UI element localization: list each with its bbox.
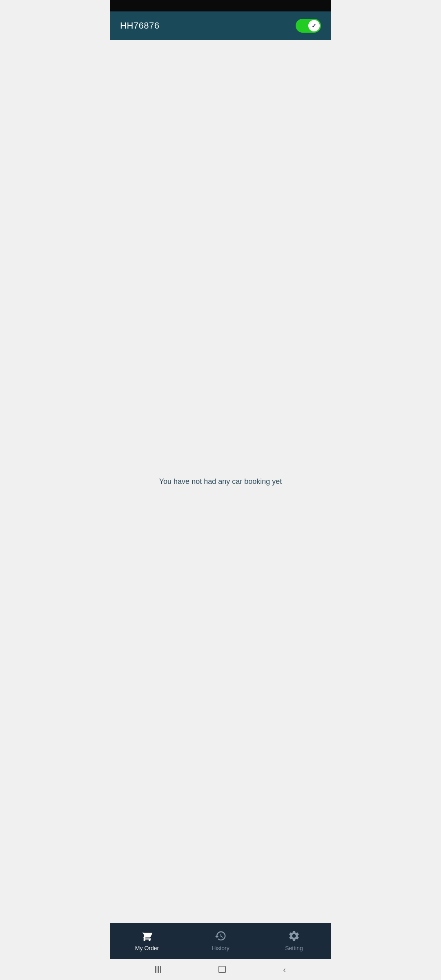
nav-item-my-order[interactable]: My Order bbox=[110, 928, 184, 953]
toggle-switch[interactable]: ✓ bbox=[296, 19, 321, 33]
main-content: You have not had any car booking yet bbox=[110, 40, 331, 923]
settings-icon bbox=[287, 929, 301, 942]
bottom-nav: My Order History Setting bbox=[110, 923, 331, 959]
toggle-thumb: ✓ bbox=[308, 20, 320, 31]
nav-label-setting: Setting bbox=[285, 945, 303, 951]
toggle-check-icon: ✓ bbox=[312, 22, 316, 29]
nav-label-my-order: My Order bbox=[135, 945, 159, 951]
header: HH76876 ✓ bbox=[110, 11, 331, 40]
app-container: HH76876 ✓ You have not had any car booki… bbox=[110, 0, 331, 980]
recent-apps-icon bbox=[155, 966, 161, 973]
back-button[interactable]: ‹ bbox=[283, 965, 286, 973]
empty-message: You have not had any car booking yet bbox=[159, 476, 282, 487]
recent-apps-button[interactable] bbox=[155, 966, 161, 973]
back-arrow-icon: ‹ bbox=[283, 965, 286, 973]
status-bar bbox=[110, 0, 331, 11]
history-icon bbox=[214, 929, 227, 942]
nav-item-setting[interactable]: Setting bbox=[257, 928, 331, 953]
nav-item-history[interactable]: History bbox=[184, 928, 257, 953]
home-button[interactable] bbox=[218, 966, 226, 973]
android-nav-bar: ‹ bbox=[110, 959, 331, 980]
cart-icon bbox=[140, 929, 154, 942]
nav-label-history: History bbox=[212, 945, 229, 951]
header-title: HH76876 bbox=[120, 20, 159, 31]
toggle-track: ✓ bbox=[296, 19, 321, 33]
home-icon bbox=[218, 966, 226, 973]
